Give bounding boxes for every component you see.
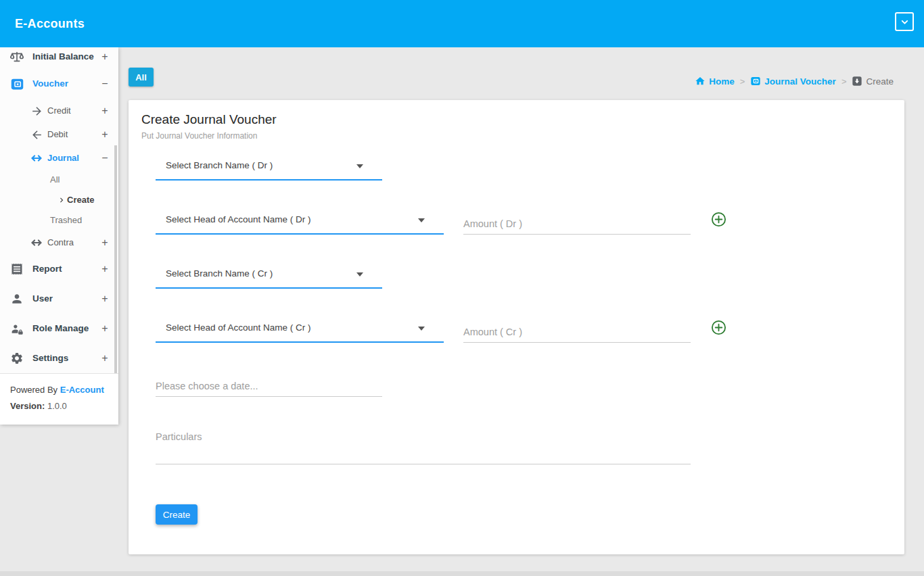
sidebar-item-settings[interactable]: Settings +	[0, 350, 118, 366]
caret-down-icon	[356, 272, 363, 277]
plus-circle-icon	[711, 320, 727, 335]
version-info: Version: 1.0.0	[10, 401, 67, 411]
expand-toggle[interactable]: +	[100, 237, 110, 249]
sidebar-item-label: Trashed	[50, 215, 82, 225]
breadcrumb-journal-voucher[interactable]: Journal Voucher	[750, 76, 836, 87]
all-filter-button[interactable]: All	[129, 68, 154, 87]
horizontal-scrollbar[interactable]	[0, 571, 924, 576]
sidebar-item-user[interactable]: User +	[0, 291, 118, 307]
create-journal-voucher-card: Create Journal Voucher Put Journal Vouch…	[129, 100, 904, 554]
swap-arrow-icon	[30, 236, 43, 249]
sidebar-item-credit[interactable]: Credit +	[0, 103, 118, 119]
sidebar-item-report[interactable]: Report +	[0, 261, 118, 277]
powered-by: Powered By E-Account	[10, 385, 104, 395]
powered-by-link[interactable]: E-Account	[60, 385, 104, 395]
sidebar-item-label: Initial Balance	[32, 51, 94, 62]
voucher-icon	[9, 76, 24, 91]
head-dr-label: Select Head of Account Name ( Dr )	[166, 214, 311, 224]
add-cr-row-button[interactable]	[711, 319, 727, 335]
sidebar-item-label: Settings	[32, 353, 68, 363]
scale-icon	[9, 49, 24, 64]
caret-down-icon	[418, 327, 425, 331]
create-submit-button[interactable]: Create	[156, 504, 198, 525]
expand-toggle[interactable]: +	[100, 128, 110, 141]
form-title: Create Journal Voucher	[141, 112, 277, 127]
expand-toggle[interactable]: +	[100, 51, 110, 63]
page-title: E-Accounts	[15, 17, 85, 31]
breadcrumb-home[interactable]: Home	[695, 76, 735, 87]
breadcrumb-create: Create	[852, 76, 894, 87]
expand-toggle[interactable]: +	[100, 263, 110, 275]
sidebar-item-label: Debit	[47, 129, 68, 139]
header-dropdown-button[interactable]	[895, 12, 914, 31]
branch-dr-label: Select Branch Name ( Dr )	[166, 160, 273, 170]
version-value: 1.0.0	[47, 401, 67, 411]
powered-by-label: Powered By	[10, 385, 57, 395]
arrow-right-icon	[30, 104, 43, 118]
head-cr-label: Select Head of Account Name ( Cr )	[166, 322, 311, 333]
app-header: E-Accounts	[0, 0, 924, 47]
head-of-account-cr-select[interactable]: Select Head of Account Name ( Cr )	[156, 316, 444, 343]
sidebar-item-initial-balance[interactable]: Initial Balance +	[0, 49, 118, 65]
arrow-left-icon	[30, 128, 43, 141]
collapse-toggle[interactable]: −	[100, 152, 110, 164]
sidebar-item-label: Credit	[47, 105, 71, 116]
receipt-icon	[9, 262, 24, 277]
chevron-down-icon	[900, 17, 910, 27]
branch-cr-select[interactable]: Select Branch Name ( Cr )	[156, 262, 382, 289]
sidebar-item-label: Create	[67, 195, 94, 205]
expand-toggle[interactable]: +	[100, 322, 110, 335]
user-lock-icon	[9, 321, 24, 336]
expand-toggle[interactable]: +	[100, 293, 110, 305]
sidebar-item-label: All	[50, 174, 60, 185]
breadcrumb-separator: >	[740, 76, 745, 87]
expand-toggle[interactable]: +	[100, 105, 110, 117]
sidebar-item-role-manage[interactable]: Role Manage +	[0, 320, 118, 337]
add-dr-row-button[interactable]	[711, 211, 727, 227]
sidebar-item-debit[interactable]: Debit +	[0, 126, 118, 143]
sidebar-item-journal[interactable]: Journal −	[0, 150, 118, 166]
branch-cr-label: Select Branch Name ( Cr )	[166, 268, 273, 279]
home-icon	[695, 76, 706, 87]
amount-dr-input[interactable]	[463, 208, 691, 235]
breadcrumb: Home > Journal Voucher > Create	[695, 76, 894, 87]
chevron-right-icon	[57, 195, 66, 205]
breadcrumb-separator: >	[841, 76, 847, 87]
gear-icon	[9, 351, 24, 366]
sidebar-item-voucher[interactable]: Voucher −	[0, 76, 118, 92]
user-icon	[9, 291, 24, 306]
sidebar-item-label: User	[32, 293, 53, 304]
branch-dr-select[interactable]: Select Branch Name ( Dr )	[156, 153, 382, 181]
caret-down-icon	[418, 218, 425, 222]
form-subtitle: Put Journal Voucher Information	[141, 131, 257, 141]
sidebar-item-journal-trashed[interactable]: Trashed	[0, 212, 118, 229]
create-box-icon	[852, 76, 862, 87]
sidebar-item-journal-all[interactable]: All	[0, 172, 118, 188]
collapse-toggle[interactable]: −	[100, 78, 110, 90]
particulars-input[interactable]	[156, 418, 691, 464]
plus-circle-icon	[711, 212, 727, 227]
head-of-account-dr-select[interactable]: Select Head of Account Name ( Dr )	[156, 208, 444, 235]
sidebar-footer: Powered By E-Account Version: 1.0.0	[0, 373, 118, 425]
swap-arrow-icon	[30, 151, 43, 165]
voucher-icon	[750, 76, 761, 87]
amount-cr-input[interactable]	[463, 316, 691, 343]
version-label: Version:	[10, 401, 45, 411]
sidebar-item-label: Contra	[47, 237, 74, 247]
sidebar-item-label: Journal	[47, 153, 79, 163]
sidebar-item-journal-create[interactable]: Create	[0, 192, 118, 208]
caret-down-icon	[356, 164, 363, 168]
expand-toggle[interactable]: +	[100, 352, 110, 364]
date-input[interactable]	[156, 370, 382, 397]
sidebar-scrollbar-thumb[interactable]	[114, 145, 117, 377]
sidebar-item-label: Role Manage	[32, 323, 89, 333]
sidebar: Initial Balance + Voucher − Credit + Deb…	[0, 47, 118, 425]
sidebar-item-contra[interactable]: Contra +	[0, 235, 118, 251]
sidebar-item-label: Report	[32, 264, 62, 274]
sidebar-item-label: Voucher	[32, 78, 68, 89]
